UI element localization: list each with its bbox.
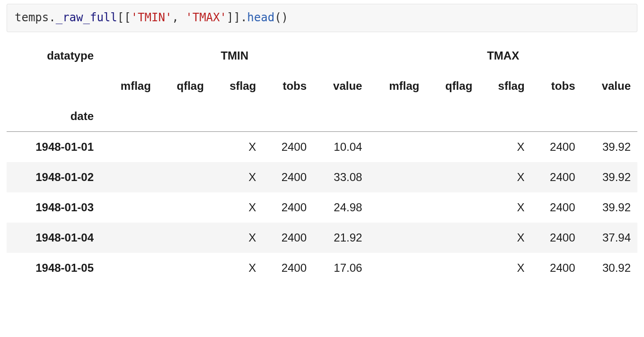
- column-group-tmax: TMAX: [369, 41, 637, 71]
- code-dot: .: [49, 11, 55, 24]
- cell-tmin-mflag: [100, 131, 158, 162]
- cell-tmax-tobs: 2400: [531, 253, 582, 283]
- col-tmin-qflag: qflag: [158, 71, 211, 101]
- header-blank: [7, 71, 100, 101]
- cell-tmax-sflag: X: [479, 192, 531, 223]
- cell-tmin-sflag: X: [211, 162, 263, 192]
- header-blank: [100, 101, 158, 132]
- code-string-tmax: 'TMAX': [185, 11, 227, 24]
- header-blank: [369, 101, 426, 132]
- cell-tmin-value: 33.08: [313, 162, 369, 192]
- cell-tmin-sflag: X: [211, 223, 263, 253]
- header-row-level0: datatype TMIN TMAX: [7, 41, 637, 71]
- cell-tmax-qflag: [426, 192, 479, 223]
- cell-tmin-tobs: 2400: [263, 223, 313, 253]
- table-row: 1948-01-02X240033.08X240039.92: [7, 162, 637, 192]
- columns-name-datatype: datatype: [7, 41, 100, 71]
- col-tmax-value: value: [582, 71, 638, 101]
- col-tmax-mflag: mflag: [369, 71, 426, 101]
- cell-tmax-value: 39.92: [582, 192, 638, 223]
- cell-tmin-qflag: [158, 192, 211, 223]
- col-tmin-tobs: tobs: [263, 71, 313, 101]
- table-row: 1948-01-01X240010.04X240039.92: [7, 131, 637, 162]
- cell-tmin-mflag: [100, 162, 158, 192]
- row-index-date: 1948-01-04: [7, 223, 100, 253]
- header-blank: [158, 101, 211, 132]
- cell-tmin-sflag: X: [211, 253, 263, 283]
- row-index-date: 1948-01-01: [7, 131, 100, 162]
- notebook-cell-group: temps._raw_full[['TMIN', 'TMAX']].head()…: [0, 0, 644, 290]
- cell-tmin-qflag: [158, 223, 211, 253]
- cell-tmin-tobs: 2400: [263, 192, 313, 223]
- cell-tmin-qflag: [158, 131, 211, 162]
- cell-tmax-mflag: [369, 253, 426, 283]
- dataframe-table: datatype TMIN TMAX mflag qflag sflag tob…: [7, 41, 637, 283]
- header-blank: [582, 101, 638, 132]
- header-row-index-name: date: [7, 101, 637, 132]
- cell-tmin-mflag: [100, 223, 158, 253]
- header-blank: [313, 101, 369, 132]
- cell-tmax-mflag: [369, 162, 426, 192]
- col-tmax-sflag: sflag: [479, 71, 531, 101]
- col-tmin-mflag: mflag: [100, 71, 158, 101]
- code-paren: (): [274, 11, 288, 24]
- cell-tmin-sflag: X: [211, 192, 263, 223]
- row-index-date: 1948-01-02: [7, 162, 100, 192]
- cell-tmax-tobs: 2400: [531, 223, 582, 253]
- code-attr: _raw_full: [56, 11, 117, 24]
- header-blank: [211, 101, 263, 132]
- cell-tmin-mflag: [100, 192, 158, 223]
- cell-tmax-value: 39.92: [582, 131, 638, 162]
- cell-tmin-mflag: [100, 253, 158, 283]
- cell-tmax-mflag: [369, 223, 426, 253]
- cell-tmin-tobs: 2400: [263, 162, 313, 192]
- table-body: 1948-01-01X240010.04X240039.921948-01-02…: [7, 131, 637, 283]
- cell-tmax-qflag: [426, 223, 479, 253]
- header-blank: [263, 101, 313, 132]
- cell-tmin-tobs: 2400: [263, 253, 313, 283]
- cell-tmin-tobs: 2400: [263, 131, 313, 162]
- row-index-date: 1948-01-03: [7, 192, 100, 223]
- col-tmin-value: value: [313, 71, 369, 101]
- header-blank: [479, 101, 531, 132]
- col-tmax-qflag: qflag: [426, 71, 479, 101]
- col-tmax-tobs: tobs: [531, 71, 582, 101]
- cell-tmin-qflag: [158, 253, 211, 283]
- code-string-tmin: 'TMIN': [131, 11, 172, 24]
- table-row: 1948-01-04X240021.92X240037.94: [7, 223, 637, 253]
- cell-tmin-value: 10.04: [313, 131, 369, 162]
- cell-tmax-value: 30.92: [582, 253, 638, 283]
- row-index-date: 1948-01-05: [7, 253, 100, 283]
- cell-tmin-sflag: X: [211, 131, 263, 162]
- cell-tmax-tobs: 2400: [531, 192, 582, 223]
- cell-tmax-tobs: 2400: [531, 131, 582, 162]
- cell-tmax-sflag: X: [479, 253, 531, 283]
- dataframe-output: datatype TMIN TMAX mflag qflag sflag tob…: [7, 41, 637, 283]
- cell-tmax-mflag: [369, 131, 426, 162]
- column-group-tmin: TMIN: [100, 41, 369, 71]
- cell-tmax-tobs: 2400: [531, 162, 582, 192]
- code-bracket-open: [[: [117, 11, 131, 24]
- code-dot: .: [240, 11, 247, 24]
- cell-tmax-qflag: [426, 162, 479, 192]
- header-row-level1: mflag qflag sflag tobs value mflag qflag…: [7, 71, 637, 101]
- table-row: 1948-01-05X240017.06X240030.92: [7, 253, 637, 283]
- cell-tmax-sflag: X: [479, 131, 531, 162]
- col-tmin-sflag: sflag: [211, 71, 263, 101]
- code-bracket-close: ]]: [227, 11, 240, 24]
- cell-tmax-sflag: X: [479, 223, 531, 253]
- code-input-cell[interactable]: temps._raw_full[['TMIN', 'TMAX']].head(): [7, 4, 637, 32]
- cell-tmax-mflag: [369, 192, 426, 223]
- cell-tmin-qflag: [158, 162, 211, 192]
- header-blank: [426, 101, 479, 132]
- code-comma: ,: [172, 11, 185, 24]
- cell-tmax-value: 39.92: [582, 162, 638, 192]
- header-blank: [531, 101, 582, 132]
- cell-tmax-sflag: X: [479, 162, 531, 192]
- table-row: 1948-01-03X240024.98X240039.92: [7, 192, 637, 223]
- cell-tmin-value: 24.98: [313, 192, 369, 223]
- table-head: datatype TMIN TMAX mflag qflag sflag tob…: [7, 41, 637, 132]
- code-call-head: head: [247, 11, 274, 24]
- cell-tmax-qflag: [426, 131, 479, 162]
- index-name-date: date: [7, 101, 100, 132]
